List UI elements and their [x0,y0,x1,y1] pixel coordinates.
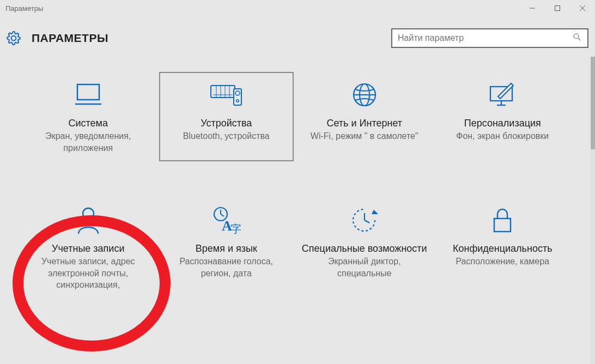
header: ПАРАМЕТРЫ [0,16,595,57]
tile-title: Специальные возможности [302,243,427,254]
tile-system[interactable]: Система Экран, уведомления, приложения [22,73,155,160]
tile-subtitle: Учетные записи, адрес электронной почты,… [28,256,148,291]
display-icon [73,80,104,110]
svg-rect-8 [211,86,235,98]
gear-icon [7,31,21,45]
search-icon [572,32,582,44]
personalization-icon [486,80,519,110]
svg-marker-29 [372,210,378,214]
tile-subtitle: Распознавание голоса, регион, дата [166,256,286,279]
tile-subtitle: Bluetooth, устройства [183,130,270,142]
search-input[interactable] [398,33,572,43]
tile-ease-of-access[interactable]: Специальные возможности Экранный диктор,… [298,198,431,298]
svg-line-31 [365,220,369,223]
tile-network[interactable]: Сеть и Интернет Wi-Fi, режим " в самолет… [298,73,431,160]
svg-rect-6 [77,84,99,100]
svg-rect-1 [555,6,560,11]
tile-time-language[interactable]: A 字 Время и язык Распознавание голоса, р… [160,198,293,298]
svg-rect-32 [494,219,511,232]
tile-title: Конфиденциальность [453,243,552,254]
minimize-button[interactable] [520,0,545,16]
scrollbar[interactable] [591,57,595,364]
globe-icon [350,80,379,110]
person-icon [75,205,101,235]
close-button[interactable] [570,0,595,16]
tile-accounts[interactable]: Учетные записи Учетные записи, адрес эле… [22,198,155,298]
maximize-button[interactable] [545,0,570,16]
settings-grid: Система Экран, уведомления, приложения У… [0,57,591,303]
tile-personalization[interactable]: Персонализация Фон, экран блокировки [436,73,569,160]
tile-title: Персонализация [464,118,541,129]
svg-point-23 [83,208,94,219]
svg-line-5 [578,38,580,40]
tile-subtitle: Экранный диктор, специальные [305,256,424,279]
svg-text:字: 字 [230,223,241,235]
tile-title: Устройства [201,118,252,129]
devices-icon [209,80,244,110]
tile-title: Время и язык [196,243,257,254]
lock-icon [490,205,515,235]
tile-subtitle: Расположение, камера [456,256,549,268]
svg-line-26 [221,214,224,216]
window-title: Параметры [5,4,43,13]
svg-point-4 [574,34,579,39]
content-area: Система Экран, уведомления, приложения У… [0,57,595,364]
search-box[interactable] [391,28,588,48]
time-language-icon: A 字 [211,205,241,235]
tile-title: Сеть и Интернет [326,118,402,129]
tile-subtitle: Wi-Fi, режим " в самолете" [311,130,418,142]
title-bar: Параметры [0,0,595,16]
tile-devices[interactable]: Устройства Bluetooth, устройства [160,73,293,160]
scrollbar-thumb[interactable] [591,57,595,149]
ease-of-access-icon [350,205,379,235]
tile-subtitle: Фон, экран блокировки [456,130,549,142]
tile-privacy[interactable]: Конфиденциальность Расположение, камера [436,198,569,298]
tile-subtitle: Экран, уведомления, приложения [28,130,148,154]
tile-title: Учетные записи [52,243,124,254]
tile-title: Система [69,118,108,129]
page-title: ПАРАМЕТРЫ [32,32,108,45]
